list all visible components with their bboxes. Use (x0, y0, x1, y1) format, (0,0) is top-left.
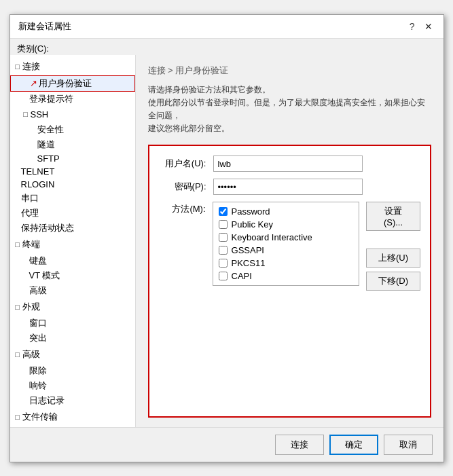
sidebar-label-终端: 终端 (22, 238, 40, 251)
sidebar-label-文件传输: 文件传输 (22, 411, 58, 423)
sidebar-item-代理[interactable]: 代理 (10, 206, 135, 221)
method-item-KeyboardInteractive[interactable]: Keyboard Interactive (213, 231, 359, 244)
sidebar-item-日志记录[interactable]: 日志记录 (10, 393, 135, 408)
method-label-CAPI: CAPI (232, 271, 252, 281)
sidebar-item-SFTP[interactable]: SFTP (10, 152, 135, 165)
breadcrumb: 连接 > 用户身份验证 (148, 65, 431, 77)
category-label: 类别(C): (10, 39, 443, 55)
method-buttons: 设置(S)... 上移(U) 下移(D) (366, 202, 420, 291)
method-item-Password[interactable]: Password (213, 205, 359, 218)
method-label: 方法(M): (159, 202, 213, 215)
toggle-文件传输: □ (13, 413, 22, 421)
password-label: 密码(P): (159, 181, 213, 193)
username-input[interactable] (213, 155, 363, 172)
sidebar-item-键盘[interactable]: 键盘 (10, 253, 135, 268)
username-row: 用户名(U): (159, 155, 420, 172)
settings-button[interactable]: 设置(S)... (366, 202, 420, 231)
sidebar-item-保持活动状态[interactable]: 保持活动状态 (10, 221, 135, 236)
desc-line1: 请选择身份验证方法和其它参数。 (148, 85, 270, 94)
sidebar-item-VT模式[interactable]: VT 模式 (10, 268, 135, 283)
sidebar-item-限除[interactable]: 限除 (10, 363, 135, 378)
cancel-button[interactable]: 取消 (384, 435, 433, 455)
sidebar-item-文件传输[interactable]: □ 文件传输 (10, 408, 135, 426)
dialog-title: 新建会话属性 (18, 20, 71, 33)
title-bar: 新建会话属性 ? ✕ (10, 15, 443, 39)
dialog-body: □ 连接 ↗用户身份验证 登录提示符 □ SSH 安全性 隧道 SFTP TEL… (10, 55, 443, 427)
sidebar-item-安全性[interactable]: 安全性 (10, 122, 135, 137)
password-row: 密码(P): (159, 179, 420, 195)
method-item-GSSAPI[interactable]: GSSAPI (213, 244, 359, 257)
dialog-footer: 连接 确定 取消 (10, 427, 443, 462)
help-button[interactable]: ? (407, 21, 418, 32)
sidebar-item-高级[interactable]: □ 高级 (10, 346, 135, 363)
method-list: Password Public Key Keyboard Interactive (213, 202, 360, 286)
sidebar-item-隧道[interactable]: 隧道 (10, 137, 135, 152)
dialog: 新建会话属性 ? ✕ 类别(C): □ 连接 ↗用户身份验证 登录提示符 (10, 14, 444, 462)
close-button[interactable]: ✕ (422, 21, 435, 32)
title-controls: ? ✕ (407, 21, 435, 32)
method-label-Password: Password (232, 206, 270, 217)
toggle-外观: □ (13, 303, 22, 311)
checkbox-CAPI[interactable] (219, 272, 228, 280)
main-content: 连接 > 用户身份验证 请选择身份验证方法和其它参数。 使用此部分以节省登录时间… (136, 55, 443, 427)
sidebar: □ 连接 ↗用户身份验证 登录提示符 □ SSH 安全性 隧道 SFTP TEL… (10, 55, 136, 427)
method-item-PublicKey[interactable]: Public Key (213, 218, 359, 231)
sidebar-label-外观: 外观 (22, 301, 40, 313)
move-down-button[interactable]: 下移(D) (366, 272, 420, 291)
connect-button[interactable]: 连接 (275, 435, 324, 455)
method-item-PKCS11[interactable]: PKCS11 (213, 257, 359, 270)
sidebar-item-SSH[interactable]: □ SSH (10, 107, 135, 122)
ok-button[interactable]: 确定 (329, 435, 378, 455)
sidebar-item-TELNET[interactable]: TELNET (10, 165, 135, 178)
sidebar-item-响铃[interactable]: 响铃 (10, 378, 135, 393)
sidebar-item-串口[interactable]: 串口 (10, 191, 135, 206)
method-label-PublicKey: Public Key (232, 219, 273, 230)
password-input[interactable] (213, 179, 363, 195)
sidebar-item-终端[interactable]: □ 终端 (10, 236, 135, 253)
sidebar-item-高级t[interactable]: 高级 (10, 283, 135, 298)
method-item-CAPI[interactable]: CAPI (213, 270, 359, 282)
method-section: 方法(M): Password Public Key Keyboard I (159, 202, 420, 291)
toggle-SSH: □ (21, 110, 31, 118)
sidebar-item-连接[interactable]: □ 连接 (10, 58, 135, 75)
checkbox-PKCS11[interactable] (219, 259, 228, 268)
sidebar-item-用户身份验证[interactable]: ↗用户身份验证 (10, 75, 135, 92)
username-label: 用户名(U): (159, 158, 213, 170)
move-up-button[interactable]: 上移(U) (366, 249, 420, 268)
arrow-indicator: ↗ (30, 78, 37, 88)
desc-line2: 使用此部分以节省登录时间。但是，为了最大限度地提高安全性，如果担心安全问题， (148, 98, 425, 120)
checkbox-KeyboardInteractive[interactable] (219, 233, 228, 242)
method-label-PKCS11: PKCS11 (232, 258, 266, 268)
toggle-终端: □ (13, 240, 22, 249)
toggle-连接: □ (13, 62, 22, 71)
toggle-高级: □ (13, 350, 22, 359)
checkbox-GSSAPI[interactable] (219, 246, 228, 255)
sidebar-item-RLOGIN[interactable]: RLOGIN (10, 178, 135, 191)
checkbox-PublicKey[interactable] (219, 220, 228, 229)
sidebar-item-窗口[interactable]: 窗口 (10, 316, 135, 331)
sidebar-label-连接: 连接 (22, 60, 40, 73)
sidebar-label-SSH: SSH (31, 109, 49, 120)
content-box: 用户名(U): 密码(P): 方法(M): Password (148, 145, 431, 417)
method-label-KeyboardInteractive: Keyboard Interactive (232, 232, 312, 242)
sidebar-item-外观[interactable]: □ 外观 (10, 298, 135, 316)
sidebar-item-登录提示符[interactable]: 登录提示符 (10, 92, 135, 107)
method-label-GSSAPI: GSSAPI (232, 245, 264, 255)
checkbox-Password[interactable] (219, 207, 228, 216)
desc-line3: 建议您将此部分留空。 (148, 124, 230, 133)
sidebar-label-高级: 高级 (22, 348, 40, 361)
description: 请选择身份验证方法和其它参数。 使用此部分以节省登录时间。但是，为了最大限度地提… (148, 84, 431, 136)
sidebar-item-突出[interactable]: 突出 (10, 331, 135, 346)
